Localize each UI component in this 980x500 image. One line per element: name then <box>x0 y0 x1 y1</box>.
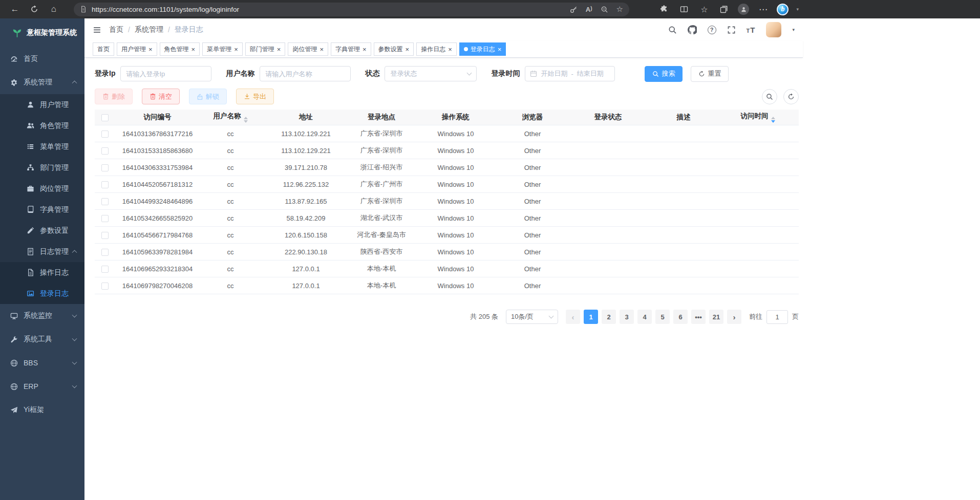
status-select[interactable]: 登录状态 <box>385 66 477 81</box>
delete-button[interactable]: 删除 <box>95 89 133 104</box>
column-header-username[interactable]: 用户名称 <box>200 112 261 123</box>
row-checkbox[interactable] <box>101 147 109 155</box>
column-header-location[interactable]: 登录地点 <box>351 113 412 122</box>
sidebar-item[interactable]: 字典管理 <box>0 199 84 220</box>
sidebar-item[interactable]: 登录日志 <box>0 283 84 304</box>
address-bar[interactable]: https://ccnetcore.com:1101/system/log/lo… <box>74 3 629 16</box>
avatar-caret-icon[interactable]: ▾ <box>792 27 795 32</box>
header-search-icon[interactable] <box>668 26 677 34</box>
sidebar-item[interactable]: 系统监控 <box>0 304 84 328</box>
row-checkbox[interactable] <box>101 215 109 222</box>
clear-button[interactable]: 清空 <box>142 89 180 104</box>
zoom-icon[interactable] <box>601 6 608 13</box>
browser-menu-icon[interactable]: ⋯ <box>757 2 769 16</box>
split-screen-icon[interactable] <box>678 2 690 16</box>
next-page-button[interactable]: › <box>727 310 741 324</box>
row-checkbox[interactable] <box>101 181 109 188</box>
column-header-address[interactable]: 地址 <box>261 113 351 122</box>
sidebar-item[interactable]: 菜单管理 <box>0 136 84 157</box>
hamburger-icon[interactable] <box>93 26 101 34</box>
export-button[interactable]: 导出 <box>236 89 274 104</box>
tab-close-icon[interactable]: × <box>277 46 281 53</box>
column-header-visit-id[interactable]: 访问编号 <box>115 113 200 122</box>
tab-close-icon[interactable]: × <box>191 46 196 53</box>
tab[interactable]: 部门管理 × <box>245 42 286 56</box>
extensions-icon[interactable] <box>658 2 670 16</box>
sidebar-item[interactable]: 用户管理 <box>0 94 84 115</box>
username-input[interactable] <box>260 66 351 81</box>
row-checkbox[interactable] <box>101 282 109 290</box>
prev-page-button[interactable]: ‹ <box>566 310 580 324</box>
favorites-icon[interactable]: ☆ <box>698 2 710 16</box>
sidebar-item[interactable]: 日志管理 <box>0 241 84 262</box>
tab-close-icon[interactable]: × <box>148 46 153 53</box>
refresh-table-icon[interactable] <box>783 89 799 104</box>
sidebar-item[interactable]: 系统工具 <box>0 328 84 351</box>
help-icon[interactable]: ? <box>708 26 716 34</box>
sidebar-item[interactable]: 部门管理 <box>0 157 84 178</box>
sidebar-item[interactable]: 首页 <box>0 47 84 71</box>
row-checkbox[interactable] <box>101 131 109 138</box>
page-button[interactable]: 1 <box>584 310 598 324</box>
sidebar-item[interactable]: 角色管理 <box>0 115 84 136</box>
tab[interactable]: 菜单管理 × <box>202 42 243 56</box>
goto-page-input[interactable] <box>766 310 788 324</box>
password-key-icon[interactable] <box>570 6 578 13</box>
url-text[interactable]: https://ccnetcore.com:1101/system/log/lo… <box>92 6 565 13</box>
page-button[interactable]: 6 <box>673 310 688 324</box>
column-header-status[interactable]: 登录状态 <box>566 113 650 122</box>
column-header-description[interactable]: 描述 <box>650 113 717 122</box>
tab-close-icon[interactable]: × <box>234 46 238 53</box>
date-range-picker[interactable]: 开始日期 - 结束日期 <box>525 66 615 81</box>
search-button[interactable]: 搜索 <box>645 66 683 82</box>
sidebar-item[interactable]: Yi框架 <box>0 398 84 422</box>
tab[interactable]: 登录日志 × <box>459 42 506 56</box>
page-button[interactable]: ••• <box>691 310 706 324</box>
collections-icon[interactable] <box>718 2 730 16</box>
column-header-os[interactable]: 操作系统 <box>412 113 499 122</box>
sidebar-item[interactable]: 岗位管理 <box>0 178 84 199</box>
sort-caret-icons[interactable] <box>244 117 248 123</box>
login-ip-input[interactable] <box>120 66 211 81</box>
copilot-icon[interactable]: b <box>777 4 789 15</box>
row-checkbox[interactable] <box>101 266 109 273</box>
sidebar-item[interactable]: 操作日志 <box>0 262 84 283</box>
sidebar-item[interactable]: BBS <box>0 351 84 375</box>
tab-close-icon[interactable]: × <box>319 46 324 53</box>
tab[interactable]: 首页 <box>93 42 114 56</box>
breadcrumb-system[interactable]: 系统管理 <box>135 25 163 34</box>
row-checkbox[interactable] <box>101 232 109 239</box>
tab[interactable]: 角色管理 × <box>160 42 200 56</box>
github-icon[interactable] <box>688 25 697 34</box>
sidebar-item[interactable]: 系统管理 <box>0 71 84 94</box>
sort-caret-icons[interactable] <box>771 117 775 123</box>
row-checkbox[interactable] <box>101 164 109 171</box>
font-size-icon[interactable]: TT <box>747 26 756 34</box>
tab-close-icon[interactable]: × <box>498 46 502 53</box>
row-checkbox[interactable] <box>101 198 109 205</box>
page-button[interactable]: 5 <box>655 310 670 324</box>
end-date-placeholder[interactable]: 结束日期 <box>577 69 604 78</box>
reset-button[interactable]: 重置 <box>691 66 729 82</box>
show-search-toggle-icon[interactable] <box>762 89 777 104</box>
user-avatar[interactable] <box>766 22 781 37</box>
column-header-time[interactable]: 访问时间 <box>717 112 799 123</box>
tab[interactable]: 用户管理 × <box>117 42 157 56</box>
page-button[interactable]: 21 <box>709 310 723 324</box>
page-button[interactable]: 4 <box>637 310 652 324</box>
select-all-checkbox[interactable] <box>101 114 109 121</box>
tab-close-icon[interactable]: × <box>448 46 452 53</box>
column-header-browser[interactable]: 浏览器 <box>499 113 566 122</box>
start-date-placeholder[interactable]: 开始日期 <box>541 69 567 78</box>
tab[interactable]: 字典管理 × <box>331 42 371 56</box>
tab-close-icon[interactable]: × <box>406 46 410 53</box>
tab[interactable]: 岗位管理 × <box>288 42 328 56</box>
breadcrumb-home[interactable]: 首页 <box>109 25 123 34</box>
sidebar-item[interactable]: ERP <box>0 375 84 398</box>
tab-close-icon[interactable]: × <box>363 46 367 53</box>
sidebar-item[interactable]: 参数设置 <box>0 220 84 241</box>
row-checkbox[interactable] <box>101 249 109 256</box>
tab[interactable]: 参数设置 × <box>374 42 414 56</box>
fullscreen-icon[interactable] <box>727 26 736 34</box>
page-size-select[interactable]: 10条/页 <box>506 310 558 324</box>
